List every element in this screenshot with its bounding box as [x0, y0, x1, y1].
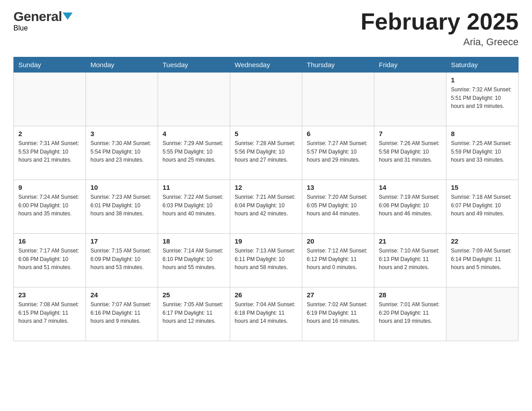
- calendar-cell: 7Sunrise: 7:26 AM Sunset: 5:58 PM Daylig…: [374, 126, 446, 180]
- day-info: Sunrise: 7:08 AM Sunset: 6:15 PM Dayligh…: [18, 300, 81, 325]
- day-info: Sunrise: 7:23 AM Sunset: 6:01 PM Dayligh…: [90, 193, 153, 218]
- calendar-cell: 28Sunrise: 7:01 AM Sunset: 6:20 PM Dayli…: [374, 287, 446, 341]
- calendar-cell: 18Sunrise: 7:14 AM Sunset: 6:10 PM Dayli…: [158, 234, 230, 287]
- day-info: Sunrise: 7:19 AM Sunset: 6:06 PM Dayligh…: [379, 193, 442, 218]
- day-number: 2: [18, 130, 81, 137]
- calendar-header-row: SundayMondayTuesdayWednesdayThursdayFrid…: [14, 57, 519, 73]
- day-number: 16: [18, 237, 81, 245]
- day-number: 20: [307, 237, 369, 245]
- calendar-cell: 23Sunrise: 7:08 AM Sunset: 6:15 PM Dayli…: [14, 287, 86, 341]
- calendar-table: SundayMondayTuesdayWednesdayThursdayFrid…: [13, 57, 519, 341]
- calendar-weekday-tuesday: Tuesday: [158, 57, 230, 73]
- logo: General Blue: [13, 9, 73, 32]
- day-info: Sunrise: 7:13 AM Sunset: 6:11 PM Dayligh…: [235, 247, 297, 272]
- day-number: 5: [235, 130, 297, 137]
- day-number: 10: [90, 184, 153, 191]
- day-number: 18: [163, 237, 225, 245]
- calendar-cell: 8Sunrise: 7:25 AM Sunset: 5:59 PM Daylig…: [446, 126, 519, 180]
- day-info: Sunrise: 7:17 AM Sunset: 6:08 PM Dayligh…: [18, 247, 81, 272]
- day-info: Sunrise: 7:18 AM Sunset: 6:07 PM Dayligh…: [451, 193, 514, 218]
- calendar-cell: 9Sunrise: 7:24 AM Sunset: 6:00 PM Daylig…: [14, 180, 86, 234]
- calendar-cell: [158, 73, 230, 126]
- calendar-week-row: 9Sunrise: 7:24 AM Sunset: 6:00 PM Daylig…: [14, 180, 519, 234]
- day-number: 8: [451, 130, 514, 137]
- day-info: Sunrise: 7:22 AM Sunset: 6:03 PM Dayligh…: [163, 193, 225, 218]
- calendar-cell: [302, 73, 374, 126]
- calendar-weekday-saturday: Saturday: [446, 57, 519, 73]
- day-number: 13: [307, 184, 369, 191]
- calendar-cell: 17Sunrise: 7:15 AM Sunset: 6:09 PM Dayli…: [86, 234, 158, 287]
- day-number: 28: [379, 291, 442, 299]
- day-info: Sunrise: 7:31 AM Sunset: 5:53 PM Dayligh…: [18, 139, 81, 164]
- calendar-cell: 6Sunrise: 7:27 AM Sunset: 5:57 PM Daylig…: [302, 126, 374, 180]
- calendar-cell: 14Sunrise: 7:19 AM Sunset: 6:06 PM Dayli…: [374, 180, 446, 234]
- day-info: Sunrise: 7:12 AM Sunset: 6:12 PM Dayligh…: [307, 247, 369, 272]
- calendar-cell: 4Sunrise: 7:29 AM Sunset: 5:55 PM Daylig…: [158, 126, 230, 180]
- day-number: 6: [307, 130, 369, 137]
- day-number: 19: [235, 237, 297, 245]
- calendar-cell: 21Sunrise: 7:10 AM Sunset: 6:13 PM Dayli…: [374, 234, 446, 287]
- calendar-cell: 26Sunrise: 7:04 AM Sunset: 6:18 PM Dayli…: [230, 287, 302, 341]
- day-number: 3: [90, 130, 153, 137]
- calendar-cell: 12Sunrise: 7:21 AM Sunset: 6:04 PM Dayli…: [230, 180, 302, 234]
- day-info: Sunrise: 7:15 AM Sunset: 6:09 PM Dayligh…: [90, 247, 153, 272]
- calendar-cell: 1Sunrise: 7:32 AM Sunset: 5:51 PM Daylig…: [446, 73, 519, 126]
- calendar-weekday-wednesday: Wednesday: [230, 57, 302, 73]
- calendar-week-row: 16Sunrise: 7:17 AM Sunset: 6:08 PM Dayli…: [14, 234, 519, 287]
- day-info: Sunrise: 7:27 AM Sunset: 5:57 PM Dayligh…: [307, 139, 369, 164]
- calendar-cell: [230, 73, 302, 126]
- day-info: Sunrise: 7:10 AM Sunset: 6:13 PM Dayligh…: [379, 247, 442, 272]
- day-number: 17: [90, 237, 153, 245]
- calendar-cell: 11Sunrise: 7:22 AM Sunset: 6:03 PM Dayli…: [158, 180, 230, 234]
- day-number: 7: [379, 130, 442, 137]
- day-info: Sunrise: 7:02 AM Sunset: 6:19 PM Dayligh…: [307, 300, 369, 325]
- calendar-cell: 22Sunrise: 7:09 AM Sunset: 6:14 PM Dayli…: [446, 234, 519, 287]
- day-number: 4: [163, 130, 225, 137]
- day-number: 22: [451, 237, 514, 245]
- calendar-weekday-monday: Monday: [86, 57, 158, 73]
- calendar-cell: 24Sunrise: 7:07 AM Sunset: 6:16 PM Dayli…: [86, 287, 158, 341]
- day-number: 9: [18, 184, 81, 191]
- page-header: General Blue February 2025 Aria, Greece: [13, 9, 519, 48]
- day-number: 15: [451, 184, 514, 191]
- calendar-weekday-friday: Friday: [374, 57, 446, 73]
- day-number: 1: [451, 76, 514, 84]
- day-info: Sunrise: 7:24 AM Sunset: 6:00 PM Dayligh…: [18, 193, 81, 218]
- day-number: 26: [235, 291, 297, 299]
- day-info: Sunrise: 7:01 AM Sunset: 6:20 PM Dayligh…: [379, 300, 442, 325]
- calendar-subtitle: Aria, Greece: [360, 36, 519, 48]
- day-number: 24: [90, 291, 153, 299]
- day-number: 27: [307, 291, 369, 299]
- calendar-cell: 2Sunrise: 7:31 AM Sunset: 5:53 PM Daylig…: [14, 126, 86, 180]
- day-info: Sunrise: 7:25 AM Sunset: 5:59 PM Dayligh…: [451, 139, 514, 164]
- calendar-cell: [86, 73, 158, 126]
- calendar-cell: 10Sunrise: 7:23 AM Sunset: 6:01 PM Dayli…: [86, 180, 158, 234]
- calendar-cell: 13Sunrise: 7:20 AM Sunset: 6:05 PM Dayli…: [302, 180, 374, 234]
- day-number: 25: [163, 291, 225, 299]
- day-number: 14: [379, 184, 442, 191]
- calendar-cell: 20Sunrise: 7:12 AM Sunset: 6:12 PM Dayli…: [302, 234, 374, 287]
- day-info: Sunrise: 7:26 AM Sunset: 5:58 PM Dayligh…: [379, 139, 442, 164]
- logo-general-text: General: [13, 9, 62, 24]
- logo-triangle-icon: [63, 13, 73, 20]
- calendar-cell: 27Sunrise: 7:02 AM Sunset: 6:19 PM Dayli…: [302, 287, 374, 341]
- day-info: Sunrise: 7:30 AM Sunset: 5:54 PM Dayligh…: [90, 139, 153, 164]
- logo-blue-text: Blue: [13, 24, 28, 32]
- day-info: Sunrise: 7:21 AM Sunset: 6:04 PM Dayligh…: [235, 193, 297, 218]
- calendar-cell: [374, 73, 446, 126]
- calendar-week-row: 1Sunrise: 7:32 AM Sunset: 5:51 PM Daylig…: [14, 73, 519, 126]
- calendar-cell: 25Sunrise: 7:05 AM Sunset: 6:17 PM Dayli…: [158, 287, 230, 341]
- day-number: 12: [235, 184, 297, 191]
- calendar-week-row: 23Sunrise: 7:08 AM Sunset: 6:15 PM Dayli…: [14, 287, 519, 341]
- day-info: Sunrise: 7:07 AM Sunset: 6:16 PM Dayligh…: [90, 300, 153, 325]
- calendar-cell: [14, 73, 86, 126]
- day-number: 23: [18, 291, 81, 299]
- calendar-cell: 19Sunrise: 7:13 AM Sunset: 6:11 PM Dayli…: [230, 234, 302, 287]
- calendar-title-block: February 2025 Aria, Greece: [360, 9, 519, 48]
- day-number: 21: [379, 237, 442, 245]
- calendar-weekday-thursday: Thursday: [302, 57, 374, 73]
- day-info: Sunrise: 7:05 AM Sunset: 6:17 PM Dayligh…: [163, 300, 225, 325]
- calendar-cell: [446, 287, 519, 341]
- calendar-week-row: 2Sunrise: 7:31 AM Sunset: 5:53 PM Daylig…: [14, 126, 519, 180]
- calendar-title: February 2025: [360, 9, 519, 34]
